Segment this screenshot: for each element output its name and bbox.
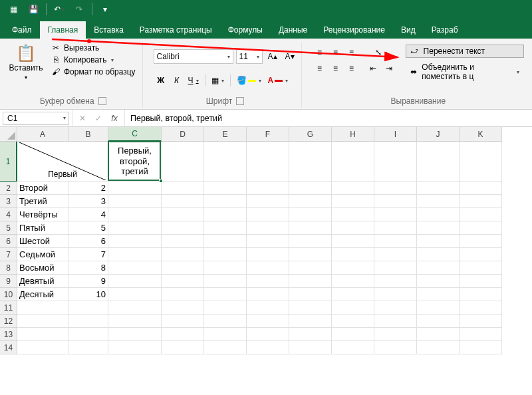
cell-B14[interactable] <box>68 341 108 354</box>
cell-A2[interactable]: Второй <box>17 182 68 195</box>
cell-C10[interactable] <box>108 288 162 301</box>
bold-button[interactable]: Ж <box>154 73 168 88</box>
underline-button[interactable]: Ч <box>186 73 201 88</box>
row-header-5[interactable]: 5 <box>0 221 17 235</box>
align-middle-button[interactable]: ≡ <box>329 45 343 60</box>
copy-button[interactable]: ⎘ Копировать <box>48 55 138 65</box>
cell-D14[interactable] <box>162 341 204 354</box>
cell-F2[interactable] <box>247 182 289 195</box>
cell-B12[interactable] <box>68 315 108 328</box>
cell-F14[interactable] <box>247 341 289 354</box>
cell-B5[interactable]: 5 <box>68 221 108 235</box>
column-header-C[interactable]: C <box>108 127 162 142</box>
cell-I9[interactable] <box>374 275 417 288</box>
cell-K11[interactable] <box>460 301 502 315</box>
cell-H14[interactable] <box>332 341 374 354</box>
tab-layout[interactable]: Разметка страницы <box>132 21 220 39</box>
increase-indent-button[interactable]: ⇥ <box>382 61 396 76</box>
select-all-corner[interactable] <box>0 127 17 142</box>
cell-D1[interactable] <box>162 142 204 182</box>
align-left-button[interactable]: ≡ <box>313 61 327 76</box>
cell-F12[interactable] <box>247 315 289 328</box>
cell-H5[interactable] <box>332 221 374 235</box>
cancel-fx-button[interactable]: ✕ <box>75 111 90 126</box>
cell-K9[interactable] <box>460 275 502 288</box>
paste-button[interactable]: 📋 Вставить▾ <box>8 43 44 81</box>
cell-E8[interactable] <box>204 261 247 275</box>
cell-A3[interactable]: Третий <box>17 195 68 208</box>
decrease-font-button[interactable]: A▾ <box>283 49 297 64</box>
column-header-H[interactable]: H <box>332 127 374 142</box>
cell-D2[interactable] <box>162 182 204 195</box>
cell-H8[interactable] <box>332 261 374 275</box>
cell-C14[interactable] <box>108 341 162 354</box>
cell-I14[interactable] <box>374 341 417 354</box>
cell-C13[interactable] <box>108 328 162 341</box>
cell-I5[interactable] <box>374 221 417 235</box>
cell-F13[interactable] <box>247 328 289 341</box>
cell-B9[interactable]: 9 <box>68 275 108 288</box>
cell-D6[interactable] <box>162 235 204 248</box>
cell-E14[interactable] <box>204 341 247 354</box>
cell-J13[interactable] <box>417 328 460 341</box>
cell-E11[interactable] <box>204 301 247 315</box>
cell-A1[interactable]: Первый <box>17 142 108 182</box>
cell-C4[interactable] <box>108 208 162 221</box>
cell-H2[interactable] <box>332 182 374 195</box>
cell-F11[interactable] <box>247 301 289 315</box>
cell-J5[interactable] <box>417 221 460 235</box>
cell-J6[interactable] <box>417 235 460 248</box>
cell-H13[interactable] <box>332 328 374 341</box>
cell-G11[interactable] <box>289 301 332 315</box>
cell-I7[interactable] <box>374 248 417 261</box>
cell-G7[interactable] <box>289 248 332 261</box>
cell-K8[interactable] <box>460 261 502 275</box>
merge-center-button[interactable]: ⬌ Объединить и поместить в ц <box>406 61 524 83</box>
cell-D12[interactable] <box>162 315 204 328</box>
cell-J12[interactable] <box>417 315 460 328</box>
cell-H1[interactable] <box>332 142 374 182</box>
qat-redo-button[interactable]: ↷ <box>70 1 88 17</box>
cell-I4[interactable] <box>374 208 417 221</box>
cell-H7[interactable] <box>332 248 374 261</box>
cell-K13[interactable] <box>460 328 502 341</box>
cell-H10[interactable] <box>332 288 374 301</box>
cell-B4[interactable]: 4 <box>68 208 108 221</box>
cell-F1[interactable] <box>247 142 289 182</box>
cell-D4[interactable] <box>162 208 204 221</box>
row-header-3[interactable]: 3 <box>0 195 17 208</box>
cell-E13[interactable] <box>204 328 247 341</box>
align-center-button[interactable]: ≡ <box>329 61 343 76</box>
cell-E3[interactable] <box>204 195 247 208</box>
cell-E5[interactable] <box>204 221 247 235</box>
cut-button[interactable]: ✂ Вырезать <box>48 43 138 53</box>
cell-E7[interactable] <box>204 248 247 261</box>
formula-input[interactable] <box>130 114 527 123</box>
cell-I13[interactable] <box>374 328 417 341</box>
cell-F8[interactable] <box>247 261 289 275</box>
cell-C9[interactable] <box>108 275 162 288</box>
cell-G9[interactable] <box>289 275 332 288</box>
column-header-J[interactable]: J <box>417 127 460 142</box>
row-header-8[interactable]: 8 <box>0 261 17 275</box>
cell-D9[interactable] <box>162 275 204 288</box>
tab-view[interactable]: Вид <box>393 21 424 39</box>
qat-excel-icon[interactable]: ▦ <box>4 1 23 17</box>
borders-button[interactable]: ▦ <box>209 73 227 88</box>
cell-E4[interactable] <box>204 208 247 221</box>
cell-D5[interactable] <box>162 221 204 235</box>
cell-E6[interactable] <box>204 235 247 248</box>
cell-K2[interactable] <box>460 182 502 195</box>
cell-F4[interactable] <box>247 208 289 221</box>
cell-E2[interactable] <box>204 182 247 195</box>
cell-D13[interactable] <box>162 328 204 341</box>
cell-I12[interactable] <box>374 315 417 328</box>
fill-color-button[interactable]: 🪣 <box>234 73 264 88</box>
cell-G10[interactable] <box>289 288 332 301</box>
cell-H9[interactable] <box>332 275 374 288</box>
row-header-1[interactable]: 1 <box>0 142 17 182</box>
cell-A5[interactable]: Пятый <box>17 221 68 235</box>
cell-I10[interactable] <box>374 288 417 301</box>
cell-B8[interactable]: 8 <box>68 261 108 275</box>
cell-G12[interactable] <box>289 315 332 328</box>
